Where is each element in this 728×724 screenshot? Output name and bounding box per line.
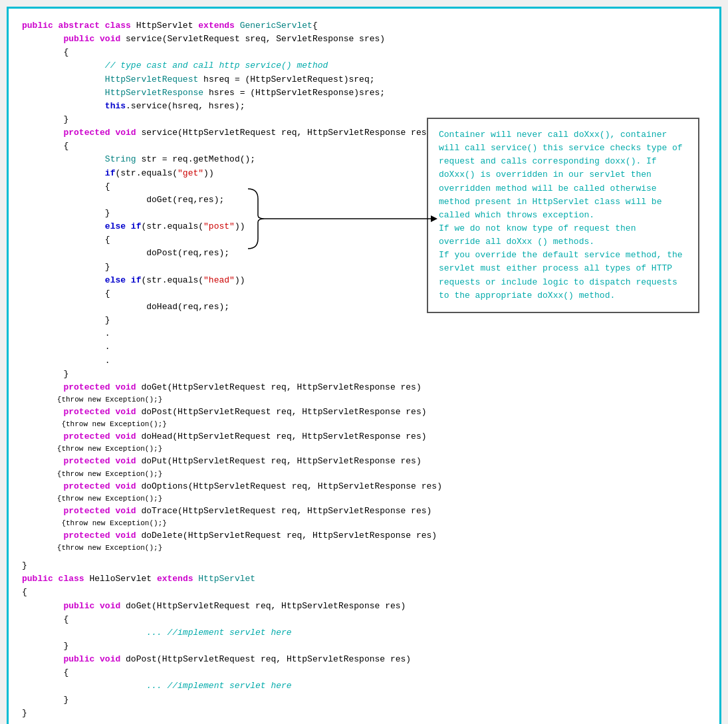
code-line-1: public abstract class HttpServlet extend… [22, 19, 706, 33]
code-line-39: {throw new Exception();} [22, 518, 706, 529]
tooltip-line12: requests or include logic to dispatch re… [439, 277, 677, 287]
tooltip-line6: method present in HttpServlet class will… [439, 197, 662, 207]
tooltip-line8: If we do not know type of request then [439, 223, 636, 233]
code-line-4: // type cast and call http service() met… [22, 59, 706, 72]
code-line-29: {throw new Exception();} [22, 394, 706, 406]
code-line-7: this.service(hsreq, hsres); [22, 100, 706, 113]
code-line-41: {throw new Exception();} [22, 543, 706, 554]
code-line-24: . [22, 327, 706, 340]
code-line-2: public void service(ServletRequest sreq,… [22, 33, 706, 46]
code-block: public abstract class HttpServlet extend… [22, 19, 706, 720]
code-line-42: } [22, 559, 706, 572]
code-line-50: { [22, 666, 706, 679]
code-line-45: public void doGet(HttpServletRequest req… [22, 600, 706, 613]
code-line-36: protected void doOptions(HttpServletRequ… [22, 480, 706, 493]
code-line-43: public class HelloServlet extends HttpSe… [22, 572, 706, 586]
code-line-33: {throw new Exception();} [22, 443, 706, 455]
code-line-53: } [22, 707, 706, 720]
tooltip-line1: Container will never call doXxx(), conta… [439, 130, 667, 140]
code-line-35: {throw new Exception();} [22, 469, 706, 480]
tooltip-line5: overridden method will be called otherwi… [439, 183, 657, 193]
tooltip-line10: If you override the default service meth… [439, 250, 683, 260]
tooltip-line4: doXxx() is overridden in our servlet the… [439, 170, 652, 180]
tooltip-line3: request and calls corresponding doxx(). … [439, 156, 657, 166]
code-line-26: . [22, 354, 706, 368]
code-line-46: { [22, 613, 706, 626]
code-line-51: ... //implement servlet here [22, 679, 706, 693]
code-line-40: protected void doDelete(HttpServletReque… [22, 529, 706, 543]
code-line-23: } [22, 314, 706, 327]
tooltip-line7: called which throws exception. [439, 210, 594, 220]
tooltip-line11: servlet must either process all types of… [439, 263, 672, 273]
code-line-3: { [22, 46, 706, 59]
tooltip-line13: to the appropriate doXxx() method. [439, 291, 615, 301]
code-line-49: public void doPost(HttpServletRequest re… [22, 653, 706, 666]
code-line-6: HttpServletResponse hsres = (HttpServlet… [22, 86, 706, 100]
tooltip-line9: override all doXxx () methods. [439, 237, 594, 247]
code-line-34: protected void doPut(HttpServletRequest … [22, 455, 706, 468]
tooltip-line2: will call service() this service checks … [439, 143, 683, 153]
code-line-25: . [22, 340, 706, 354]
main-container: public abstract class HttpServlet extend… [7, 7, 721, 724]
code-line-30: protected void doPost(HttpServletRequest… [22, 406, 706, 419]
code-line-27: } [22, 368, 706, 381]
code-line-37: {throw new Exception();} [22, 493, 706, 505]
code-line-31: {throw new Exception();} [22, 419, 706, 430]
code-line-5: HttpServletRequest hsreq = (HttpServletR… [22, 73, 706, 86]
code-line-28: protected void doGet(HttpServletRequest … [22, 381, 706, 394]
code-line-44: { [22, 586, 706, 599]
code-line-32: protected void doHead(HttpServletRequest… [22, 430, 706, 443]
code-line-48: } [22, 640, 706, 653]
code-line-52: } [22, 693, 706, 707]
tooltip-box: Container will never call doXxx(), conta… [427, 118, 699, 313]
code-line-38: protected void doTrace(HttpServletReques… [22, 505, 706, 518]
code-line-47: ... //implement servlet here [22, 626, 706, 640]
